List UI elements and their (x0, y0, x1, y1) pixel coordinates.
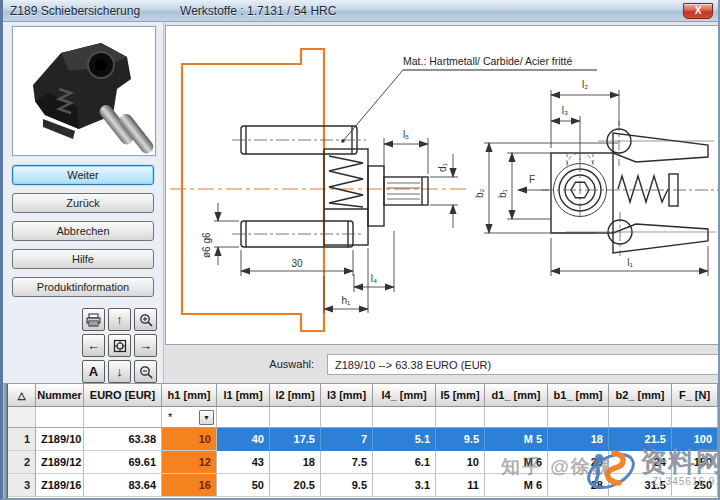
fit-view-button[interactable] (108, 334, 131, 357)
cell-l3[interactable]: 7 (321, 428, 373, 451)
cell-b1[interactable]: 18 (548, 428, 609, 451)
cell-l5[interactable]: 10 (436, 451, 485, 474)
cell-l2[interactable]: 20.5 (270, 474, 321, 497)
col-header-l5[interactable]: l5 [mm] (436, 384, 485, 407)
thread-lines (387, 183, 420, 199)
table-row-z189-10[interactable]: 1 Z189/10 63.38 10 40 17.5 7 5.1 9.5 M 5… (8, 428, 718, 451)
fit-all-icon: A (89, 364, 98, 379)
col-header-l4[interactable]: l4_ [mm] (373, 384, 436, 407)
cell-euro[interactable]: 69.61 (84, 451, 162, 474)
material-note: Mat.: Hartmetall/ Carbide/ Acier fritté (403, 55, 572, 67)
cell-l2[interactable]: 18 (270, 451, 321, 474)
fit-all-button[interactable]: A (82, 360, 105, 383)
col-header-b2[interactable]: b2_ [mm] (609, 384, 672, 407)
col-header-d1[interactable]: d1_ [mm] (485, 384, 548, 407)
col-header-h1[interactable]: h1 [mm] (162, 384, 217, 407)
sort-icon[interactable]: △ (8, 384, 36, 407)
pan-down-button[interactable]: ↓ (108, 360, 131, 383)
dim-h1-label: h₁ (342, 295, 352, 306)
table-row-z189-16[interactable]: 3 Z189/16 83.64 16 50 20.5 9.5 3.1 11 M … (8, 474, 718, 497)
cell-h1[interactable]: 12 (162, 451, 217, 474)
weiter-button[interactable]: Weiter (12, 165, 154, 185)
col-header-l3[interactable]: l3 [mm] (321, 384, 373, 407)
col-header-b1[interactable]: b1_ [mm] (548, 384, 609, 407)
drawing-canvas: Mat.: Hartmetall/ Carbide/ Acier fritté (166, 26, 720, 344)
abbrechen-button[interactable]: Abbrechen (12, 221, 154, 241)
filter-cell-h1: * ▼ (162, 407, 217, 428)
arrow-right-icon: → (139, 338, 152, 353)
cell-l1[interactable]: 50 (217, 474, 270, 497)
produktinformation-button[interactable]: Produktinformation (12, 277, 154, 297)
filter-cell (8, 407, 36, 428)
cell-h1[interactable]: 10 (162, 428, 217, 451)
cell-b1[interactable]: 28 (548, 474, 609, 497)
cell-d1[interactable]: M 6 (485, 451, 548, 474)
filter-dropdown-button[interactable]: ▼ (199, 410, 214, 425)
cell-l2[interactable]: 17.5 (270, 428, 321, 451)
cell-d1[interactable]: M 6 (485, 474, 548, 497)
cell-l3[interactable]: 7.5 (321, 451, 373, 474)
cell-f[interactable]: 150 (672, 451, 718, 474)
close-button[interactable]: X (683, 3, 713, 19)
col-header-euro[interactable]: EURO [EUR] (84, 384, 162, 407)
row-number[interactable]: 1 (8, 428, 36, 451)
cell-l5[interactable]: 11 (436, 474, 485, 497)
print-button[interactable] (82, 308, 105, 331)
dim-30-label: 30 (291, 258, 303, 269)
pan-left-button[interactable]: ← (82, 334, 105, 357)
top-view-hidden-lines (541, 121, 720, 256)
filter-cell (609, 407, 672, 428)
selection-bar: Auswahl: Z189/10 --> 63.38 EURO (EUR) (164, 345, 720, 383)
material-leader (343, 70, 403, 141)
cell-l1[interactable]: 43 (217, 451, 270, 474)
fit-view-icon (113, 339, 127, 353)
hilfe-button[interactable]: Hilfe (12, 249, 154, 269)
col-header-l2[interactable]: l2 [mm] (270, 384, 321, 407)
sidebar: Weiter Zurück Abbrechen Hilfe Produktinf… (3, 22, 164, 383)
auswahl-label: Auswahl: (164, 358, 327, 370)
cell-l4[interactable]: 6.1 (373, 451, 436, 474)
table-filter-row: * ▼ (8, 407, 718, 428)
cell-d1[interactable]: M 5 (485, 428, 548, 451)
window-subtitle: Werkstoffe : 1.7131 / 54 HRC (180, 4, 336, 18)
cell-l1[interactable]: 40 (217, 428, 270, 451)
window-title: Z189 Schiebersicherung (10, 4, 140, 18)
cell-euro[interactable]: 63.38 (84, 428, 162, 451)
cell-nummer[interactable]: Z189/16 (36, 474, 84, 497)
col-header-l1[interactable]: l1 [mm] (217, 384, 270, 407)
filter-cell (373, 407, 436, 428)
cell-l4[interactable]: 5.1 (373, 428, 436, 451)
row-number[interactable]: 2 (8, 451, 36, 474)
technical-drawing: Mat.: Hartmetall/ Carbide/ Acier fritté (165, 25, 720, 345)
col-header-nummer[interactable]: Nummer (36, 384, 84, 407)
col-header-f[interactable]: F_ [N] (672, 384, 718, 407)
cell-l5[interactable]: 9.5 (436, 428, 485, 451)
cell-h1[interactable]: 16 (162, 474, 217, 497)
pan-right-button[interactable]: → (134, 334, 157, 357)
dim-d1-label: d₁ (437, 162, 448, 172)
product-photo (13, 27, 155, 155)
zoom-out-button[interactable] (134, 360, 157, 383)
cell-l3[interactable]: 9.5 (321, 474, 373, 497)
cell-b2[interactable]: 24 (609, 451, 672, 474)
filter-cell (672, 407, 718, 428)
arrow-left-icon: ← (87, 338, 100, 353)
table-row-z189-12[interactable]: 2 Z189/12 69.61 12 43 18 7.5 6.1 10 M 6 … (8, 451, 718, 474)
cell-b2[interactable]: 31.5 (609, 474, 672, 497)
row-number[interactable]: 3 (8, 474, 36, 497)
zoom-in-button[interactable] (134, 308, 157, 331)
cell-l4[interactable]: 3.1 (373, 474, 436, 497)
cell-f[interactable]: 250 (672, 474, 718, 497)
dim-f-label: F (529, 174, 535, 185)
pan-up-button[interactable]: ↑ (108, 308, 131, 331)
product-image (12, 26, 156, 156)
cell-b1[interactable]: 20 (548, 451, 609, 474)
zurueck-button[interactable]: Zurück (12, 193, 154, 213)
cell-euro[interactable]: 83.64 (84, 474, 162, 497)
dim-dia-label: ø6 g6 (201, 232, 212, 258)
arrow-down-icon: ↓ (116, 364, 123, 379)
cell-f[interactable]: 100 (672, 428, 718, 451)
cell-b2[interactable]: 21.5 (609, 428, 672, 451)
cell-nummer[interactable]: Z189/12 (36, 451, 84, 474)
cell-nummer[interactable]: Z189/10 (36, 428, 84, 451)
